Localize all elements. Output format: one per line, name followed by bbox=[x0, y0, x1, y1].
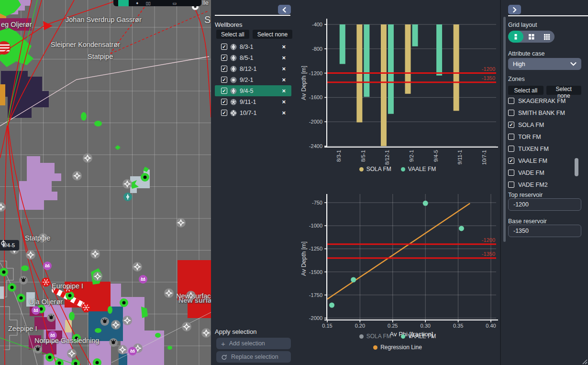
map-well-symbol[interactable] bbox=[72, 171, 82, 181]
map-well-symbol[interactable] bbox=[164, 288, 174, 298]
legend-item-VAALE-FM[interactable]: VAALE FM bbox=[401, 166, 436, 172]
map-well-symbol[interactable] bbox=[45, 353, 54, 362]
panel-scrollbar[interactable] bbox=[503, 17, 506, 242]
map-well-symbol[interactable] bbox=[201, 328, 211, 338]
map-well-symbol[interactable] bbox=[67, 349, 77, 358]
bar-VAALE-FM-8/3-1[interactable] bbox=[340, 24, 345, 64]
zone-row-VADE-FM2[interactable]: VADE FM2 bbox=[508, 179, 588, 188]
bar-VAALE-FM-8/12-1[interactable] bbox=[388, 24, 394, 114]
map-well-symbol[interactable] bbox=[118, 345, 127, 354]
wellbore-row-9/2-1[interactable]: ✓9/2-1× bbox=[215, 74, 291, 85]
attribute-case-dropdown[interactable]: High bbox=[508, 58, 581, 70]
toolbar-active-tool[interactable] bbox=[118, 0, 129, 6]
remove-wellbore-icon[interactable]: × bbox=[282, 98, 286, 105]
map-well-symbol[interactable] bbox=[19, 276, 28, 285]
wellbore-row-8/12-1[interactable]: ✓8/12-1× bbox=[215, 63, 291, 74]
toolbar-minimize-icon[interactable]: ▭ bbox=[172, 1, 177, 6]
scatter-point-VAALE-FM[interactable] bbox=[351, 277, 356, 282]
toolbar-pan-icon[interactable]: ✦ bbox=[135, 1, 139, 6]
grid-layout-single-column-button[interactable] bbox=[508, 31, 523, 43]
remove-wellbore-icon[interactable]: × bbox=[282, 76, 286, 83]
zone-row-TOR-FM[interactable]: TOR FM bbox=[508, 131, 588, 143]
bar-VAALE-FM-9/4-5[interactable] bbox=[436, 24, 442, 76]
legend-item-SOLA-FM[interactable]: SOLA FM bbox=[359, 166, 391, 172]
resize-grip[interactable] bbox=[581, 358, 588, 365]
zone-checkbox[interactable]: ✓ bbox=[508, 158, 514, 164]
map-well-symbol[interactable] bbox=[111, 320, 121, 330]
bar-SOLA-FM-8/12-1[interactable] bbox=[381, 24, 387, 146]
map-well-symbol[interactable] bbox=[123, 193, 132, 201]
zone-checkbox[interactable] bbox=[508, 182, 514, 188]
select-all-wellbores-button[interactable]: Select all bbox=[216, 30, 249, 39]
zone-checkbox[interactable]: ✓ bbox=[508, 122, 514, 128]
map-well-symbol[interactable] bbox=[47, 313, 55, 322]
remove-wellbore-icon[interactable]: × bbox=[282, 54, 286, 61]
map-well-symbol[interactable] bbox=[122, 316, 132, 325]
bar-SOLA-FM-9/2-1[interactable] bbox=[405, 24, 411, 94]
zone-row-SOLA-FM[interactable]: ✓SOLA FM bbox=[508, 119, 588, 131]
map-well-symbol[interactable] bbox=[8, 283, 16, 292]
map-well-symbol[interactable] bbox=[133, 262, 142, 272]
select-none-zones-button[interactable]: Select none bbox=[546, 86, 582, 95]
scatter-point-VAALE-FM[interactable] bbox=[459, 226, 464, 231]
map-well-symbol[interactable] bbox=[32, 306, 40, 315]
toolbar-measure-icon[interactable]: ▯▯ bbox=[146, 1, 151, 6]
select-all-zones-button[interactable]: Select all bbox=[508, 86, 544, 95]
map-well-symbol[interactable] bbox=[33, 345, 42, 354]
expand-panel-button[interactable] bbox=[508, 5, 521, 14]
remove-wellbore-icon[interactable]: × bbox=[282, 65, 286, 72]
wellbore-checkbox[interactable]: ✓ bbox=[221, 99, 227, 105]
grid-layout-three-column-button[interactable] bbox=[539, 31, 555, 43]
wellbore-checkbox[interactable]: ✓ bbox=[221, 55, 227, 61]
map-well-symbol[interactable] bbox=[93, 272, 102, 281]
map-well-symbol[interactable] bbox=[43, 262, 52, 270]
wellbore-checkbox[interactable]: ✓ bbox=[221, 110, 227, 116]
map-toolbar[interactable]: ✦ ▯▯ ▭ bbox=[113, 0, 201, 6]
bar-VAALE-FM-8/5-1[interactable] bbox=[364, 24, 369, 97]
map-well-symbol[interactable] bbox=[139, 275, 147, 284]
replace-selection-button[interactable]: Replace selection bbox=[216, 351, 291, 363]
scatter-point-VAALE-FM[interactable] bbox=[329, 303, 334, 308]
zone-checkbox[interactable] bbox=[508, 134, 514, 140]
grid-layout-two-column-button[interactable] bbox=[523, 31, 539, 43]
scatter-point-VAALE-FM[interactable] bbox=[423, 201, 428, 206]
map-well-symbol[interactable] bbox=[82, 303, 91, 312]
zones-scrollbar[interactable] bbox=[575, 158, 578, 176]
map-well-symbol[interactable] bbox=[122, 179, 132, 189]
zone-row-TUXEN-FM[interactable]: TUXEN FM bbox=[508, 143, 588, 155]
wellbore-checkbox[interactable]: ✓ bbox=[221, 77, 227, 83]
zone-row-SKAGERRAK-FM[interactable]: SKAGERRAK FM bbox=[508, 95, 588, 107]
map-well-symbol[interactable] bbox=[109, 338, 118, 347]
zone-checkbox[interactable] bbox=[508, 170, 514, 176]
depth-bar-chart[interactable]: -400-800-1200-1600-2000-24008/3-18/5-18/… bbox=[295, 0, 500, 165]
wellbore-row-8/3-1[interactable]: ✓8/3-1× bbox=[215, 41, 291, 52]
zone-checkbox[interactable] bbox=[508, 98, 514, 104]
legend-item-SOLA-FM[interactable]: SOLA FM bbox=[359, 333, 391, 340]
remove-wellbore-icon[interactable]: × bbox=[282, 109, 286, 116]
add-selection-button[interactable]: + Add selection bbox=[216, 338, 291, 349]
map-well-symbol[interactable] bbox=[90, 249, 100, 259]
wellbore-row-9/4-5[interactable]: ✓9/4-5× bbox=[215, 85, 291, 96]
map-well-symbol[interactable] bbox=[120, 298, 128, 307]
top-reservoir-input[interactable] bbox=[508, 198, 581, 211]
map-well-symbol[interactable] bbox=[182, 322, 191, 331]
regression-line[interactable] bbox=[327, 204, 470, 299]
map-view[interactable]: Johan Sverdrup Gassrør eg Oljerør Sleipn… bbox=[0, 0, 211, 365]
wellbore-row-8/5-1[interactable]: ✓8/5-1× bbox=[215, 52, 291, 63]
map-well-symbol[interactable] bbox=[100, 317, 109, 326]
wellbore-checkbox[interactable]: ✓ bbox=[221, 88, 227, 94]
zone-row-SMITH-BANK-FM[interactable]: SMITH BANK FM bbox=[508, 107, 588, 119]
bar-SOLA-FM-9/11-1[interactable] bbox=[454, 24, 459, 111]
bar-VAALE-FM-9/2-1[interactable] bbox=[412, 24, 418, 46]
map-well-symbol[interactable] bbox=[26, 250, 35, 260]
map-well-symbol[interactable] bbox=[128, 347, 137, 355]
wellbore-row-9/11-1[interactable]: ✓9/11-1× bbox=[215, 96, 291, 107]
map-well-symbol[interactable] bbox=[176, 218, 186, 228]
select-none-wellbores-button[interactable]: Select none bbox=[253, 30, 292, 39]
map-well-symbol[interactable] bbox=[83, 153, 92, 163]
wellbore-row-10/7-1[interactable]: ✓10/7-1× bbox=[215, 107, 291, 118]
collapse-panel-button[interactable] bbox=[278, 5, 291, 14]
map-well-symbol[interactable] bbox=[17, 294, 25, 302]
legend-item-VAALE-FM[interactable]: VAALE FM bbox=[401, 333, 436, 340]
map-well-symbol[interactable] bbox=[141, 173, 149, 182]
